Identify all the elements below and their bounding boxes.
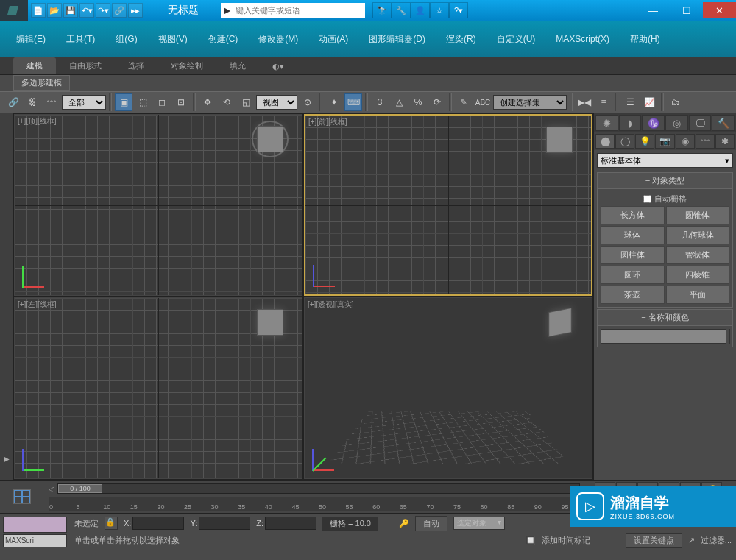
time-slider[interactable]: 0 / 100: [57, 483, 580, 494]
signin-icon[interactable]: 👤: [411, 2, 430, 18]
obj-sphere[interactable]: 球体: [601, 226, 665, 244]
minimize-button[interactable]: —: [637, 2, 670, 18]
maximize-button[interactable]: ☐: [670, 2, 703, 18]
viewcube-icon[interactable]: [257, 309, 283, 336]
ribbon-tab-modeling[interactable]: 建模: [13, 57, 56, 74]
curve-editor-icon[interactable]: 📈: [640, 93, 658, 111]
help-icon[interactable]: ?▾: [449, 2, 468, 18]
mirror-icon[interactable]: ▶◀: [576, 93, 593, 111]
ref-coord-dropdown[interactable]: 视图: [256, 95, 297, 110]
menu-help[interactable]: 帮助(H): [620, 30, 670, 49]
keyboard-shortcut-icon[interactable]: ⌨: [344, 93, 362, 111]
search-input[interactable]: [233, 4, 365, 17]
object-color-swatch[interactable]: [729, 329, 730, 344]
viewport-label[interactable]: [+][顶][线框]: [18, 116, 57, 127]
lights-icon[interactable]: 💡: [635, 134, 654, 149]
edit-named-sel-icon[interactable]: ✎: [455, 93, 473, 111]
set-key-button[interactable]: 设置关键点: [626, 533, 682, 548]
redo-icon[interactable]: ↷▾: [96, 3, 110, 18]
time-slider-handle[interactable]: 0 / 100: [58, 484, 102, 493]
utilities-tab-icon[interactable]: 🔨: [712, 115, 735, 131]
object-name-input[interactable]: [601, 329, 726, 344]
menu-modifiers[interactable]: 修改器(M): [248, 30, 308, 49]
menu-maxscript[interactable]: MAXScript(X): [545, 31, 620, 47]
geometry-type-dropdown[interactable]: 标准基本体▾: [597, 153, 733, 168]
more-icon[interactable]: ▸▸: [128, 3, 143, 18]
viewcube-icon[interactable]: [257, 126, 283, 152]
obj-cone[interactable]: 圆锥体: [666, 206, 730, 224]
auto-key-button[interactable]: 自动: [415, 516, 447, 531]
align-icon[interactable]: ≡: [595, 93, 612, 111]
app-logo[interactable]: [0, 0, 28, 21]
maxscript-listener[interactable]: MAXScri: [3, 534, 67, 547]
viewport-label[interactable]: [+][前][线框]: [308, 117, 347, 127]
viewport-top[interactable]: [+][顶][线框]: [14, 114, 302, 296]
shapes-icon[interactable]: ◯: [615, 134, 634, 149]
menu-tools[interactable]: 工具(T): [56, 30, 105, 49]
material-swatch[interactable]: [3, 517, 67, 533]
selection-lock-icon[interactable]: 🔒: [105, 517, 118, 530]
link-icon[interactable]: 🔗: [4, 93, 22, 111]
ribbon-tab-selection[interactable]: 选择: [115, 57, 158, 74]
cameras-icon[interactable]: 📷: [655, 134, 674, 149]
rollout-name-color[interactable]: 名称和颜色: [597, 309, 733, 326]
geometry-icon[interactable]: ⬤: [595, 134, 615, 149]
autogrid-checkbox[interactable]: 自动栅格: [601, 192, 729, 206]
new-file-icon[interactable]: 📄: [31, 3, 46, 18]
coord-y-input[interactable]: [199, 517, 250, 530]
pivot-center-icon[interactable]: ⊙: [299, 93, 316, 111]
select-region-icon[interactable]: ◻: [153, 93, 171, 111]
menu-group[interactable]: 组(G): [105, 30, 147, 49]
polygon-modeling-button[interactable]: 多边形建模: [13, 75, 70, 91]
schematic-view-icon[interactable]: 🗂: [667, 93, 684, 111]
angle-snap-icon[interactable]: △: [390, 93, 408, 111]
open-file-icon[interactable]: 📂: [47, 3, 62, 18]
menu-edit[interactable]: 编辑(E): [6, 30, 56, 49]
menu-animation[interactable]: 动画(A): [308, 30, 358, 49]
close-button[interactable]: ✕: [703, 2, 736, 18]
menu-create[interactable]: 创建(C): [198, 30, 249, 49]
obj-teapot[interactable]: 茶壶: [601, 286, 665, 304]
link-icon[interactable]: 🔗: [112, 3, 127, 18]
viewport-perspective[interactable]: [+][透视][真实]: [304, 297, 592, 479]
obj-box[interactable]: 长方体: [601, 206, 665, 224]
select-manipulate-icon[interactable]: ✦: [325, 93, 343, 111]
ribbon-tab-freeform[interactable]: 自由形式: [56, 57, 115, 74]
menu-view[interactable]: 视图(V): [148, 30, 198, 49]
modify-tab-icon[interactable]: ◗: [619, 115, 642, 131]
coord-z-input[interactable]: [265, 517, 316, 530]
percent-snap-icon[interactable]: %: [409, 93, 427, 111]
ribbon-tab-objectpaint[interactable]: 对象绘制: [158, 57, 216, 74]
obj-torus[interactable]: 圆环: [601, 266, 665, 284]
named-selection-dropdown[interactable]: 创建选择集: [493, 95, 567, 110]
obj-geosphere[interactable]: 几何球体: [666, 226, 730, 244]
viewport-label[interactable]: [+][左][线框]: [18, 300, 57, 310]
spinner-snap-icon[interactable]: ⟳: [428, 93, 446, 111]
obj-cylinder[interactable]: 圆柱体: [601, 246, 665, 264]
undo-icon[interactable]: ↶▾: [79, 3, 94, 18]
unlink-icon[interactable]: ⛓: [24, 93, 41, 111]
key-target-dropdown[interactable]: 选定对象▾: [453, 517, 505, 530]
viewport-left[interactable]: [+][左][线框]: [14, 297, 302, 479]
select-move-icon[interactable]: ✥: [199, 93, 216, 111]
key-filters[interactable]: 过滤器...: [701, 535, 732, 546]
viewport-label[interactable]: [+][透视][真实]: [308, 300, 354, 310]
menu-render[interactable]: 渲染(R): [436, 30, 486, 49]
ribbon-collapse-icon[interactable]: ◐▾: [259, 59, 286, 74]
viewport-front[interactable]: [+][前][线框]: [304, 114, 592, 296]
obj-plane[interactable]: 平面: [666, 286, 730, 304]
favorite-icon[interactable]: ☆: [430, 2, 449, 18]
hierarchy-tab-icon[interactable]: ♑: [642, 115, 665, 131]
layers-icon[interactable]: ☰: [621, 93, 639, 111]
viewcube-icon[interactable]: [548, 308, 571, 337]
menu-customize[interactable]: 自定义(U): [486, 30, 546, 49]
named-sel-abc-icon[interactable]: ABC: [474, 93, 492, 111]
selection-filter-dropdown[interactable]: 全部: [62, 95, 106, 110]
create-tab-icon[interactable]: ✺: [595, 115, 618, 131]
select-scale-icon[interactable]: ◱: [237, 93, 255, 111]
snap-3d-icon[interactable]: 3: [371, 93, 389, 111]
window-crossing-icon[interactable]: ⊡: [172, 93, 190, 111]
time-ruler[interactable]: 0510152025303540455055606570758085909510…: [49, 497, 589, 511]
viewcube-icon[interactable]: [546, 127, 573, 153]
help-search[interactable]: ▶: [221, 3, 365, 18]
